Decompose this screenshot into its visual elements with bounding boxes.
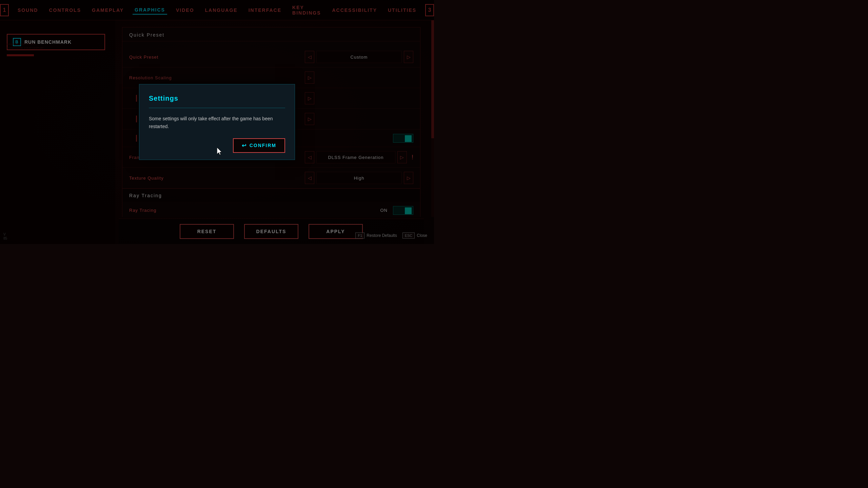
modal-body: Some settings will only take effect afte… bbox=[149, 115, 285, 130]
settings-modal: Settings Some settings will only take ef… bbox=[139, 84, 295, 160]
modal-overlay: Settings Some settings will only take ef… bbox=[0, 0, 434, 244]
confirm-button[interactable]: ↩ CONFIRM bbox=[233, 138, 285, 153]
modal-footer: ↩ CONFIRM bbox=[149, 138, 285, 153]
modal-divider bbox=[149, 108, 285, 108]
confirm-label: CONFIRM bbox=[250, 143, 276, 148]
modal-title: Settings bbox=[149, 95, 285, 102]
confirm-icon: ↩ bbox=[242, 142, 247, 149]
